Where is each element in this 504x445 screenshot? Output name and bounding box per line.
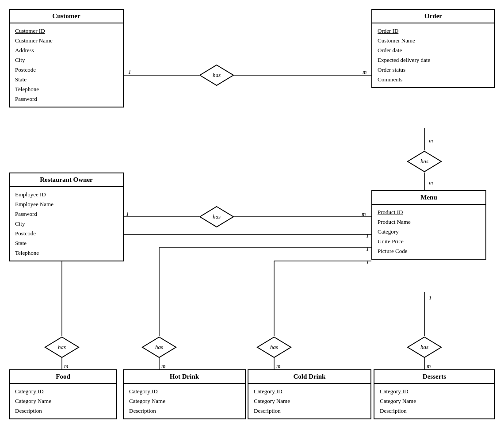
order-menu-diamond-shape: [407, 150, 442, 173]
svg-marker-19: [200, 207, 233, 227]
menu-field-1: Product Name: [378, 217, 480, 227]
desserts-entity: Desserts Category ID Category Name Descr…: [374, 369, 495, 419]
customer-field-5: State: [15, 75, 118, 84]
food-field-1: Category Name: [15, 396, 111, 406]
card-cold-m: m: [276, 363, 280, 370]
menu-body: Product ID Product Name Category Unite P…: [372, 205, 485, 259]
desserts-field-2: Description: [380, 406, 489, 416]
hot-field-2: Description: [129, 406, 240, 416]
order-entity: Order Order ID Customer Name Order date …: [371, 9, 495, 88]
restaurant-owner-entity: Restaurant Owner Employee ID Employee Na…: [9, 173, 124, 261]
cold-field-1: Category Name: [254, 396, 365, 406]
card-menu-hot-1: 1: [366, 246, 369, 253]
customer-order-diamond-shape: [199, 64, 234, 86]
food-body: Category ID Category Name Description: [10, 384, 116, 418]
card-menu-food-1: 1: [366, 232, 369, 239]
food-title: Food: [10, 370, 116, 384]
hot-field-0: Category ID: [129, 387, 240, 396]
menu-food-diamond-shape: [44, 336, 80, 358]
card-des-m: m: [427, 363, 431, 370]
owner-field-0: Employee ID: [15, 190, 118, 199]
customer-entity: Customer Customer ID Customer Name Addre…: [9, 9, 124, 107]
order-field-2: Order date: [378, 46, 489, 55]
hot-field-1: Category Name: [129, 396, 240, 406]
svg-marker-21: [142, 337, 176, 357]
customer-field-2: Address: [15, 46, 118, 55]
order-field-3: Expected delivery date: [378, 55, 489, 65]
menu-dessert-diamond: has: [407, 336, 442, 358]
cold-field-0: Category ID: [254, 387, 365, 396]
hot-drink-title: Hot Drink: [124, 370, 245, 384]
card-hot-m: m: [161, 363, 165, 370]
menu-hot-diamond: has: [141, 336, 177, 358]
order-field-1: Customer Name: [378, 36, 489, 46]
menu-title: Menu: [372, 191, 485, 205]
owner-field-2: Password: [15, 209, 118, 219]
owner-menu-diamond: has: [199, 206, 234, 228]
customer-field-3: City: [15, 55, 118, 65]
menu-cold-diamond: has: [256, 336, 292, 358]
menu-dessert-diamond-shape: [407, 336, 442, 358]
cold-drink-body: Category ID Category Name Description: [248, 384, 370, 418]
card-food-m: m: [64, 363, 68, 370]
owner-field-3: City: [15, 219, 118, 229]
owner-field-1: Employee Name: [15, 199, 118, 209]
svg-marker-22: [257, 337, 291, 357]
hot-drink-entity: Hot Drink Category ID Category Name Desc…: [123, 369, 246, 419]
order-field-5: Comments: [378, 75, 489, 84]
desserts-body: Category ID Category Name Description: [374, 384, 494, 418]
order-field-0: Order ID: [378, 26, 489, 36]
customer-title: Customer: [10, 10, 123, 23]
order-field-4: Order status: [378, 65, 489, 75]
owner-field-6: Telephone: [15, 248, 118, 258]
cold-drink-title: Cold Drink: [248, 370, 370, 384]
menu-food-diamond: has: [44, 336, 80, 358]
order-title: Order: [372, 10, 494, 23]
desserts-title: Desserts: [374, 370, 494, 384]
desserts-field-1: Category Name: [380, 396, 489, 406]
svg-marker-18: [408, 151, 441, 172]
menu-cold-diamond-shape: [256, 336, 292, 358]
customer-field-7: Password: [15, 94, 118, 104]
owner-field-5: State: [15, 238, 118, 248]
menu-hot-diamond-shape: [141, 336, 177, 358]
hot-drink-body: Category ID Category Name Description: [124, 384, 245, 418]
card-order-m: m: [363, 69, 367, 76]
er-diagram: Customer Customer ID Customer Name Addre…: [0, 0, 504, 445]
food-field-0: Category ID: [15, 387, 111, 396]
customer-field-1: Customer Name: [15, 36, 118, 46]
card-customer-1: 1: [128, 69, 131, 76]
desserts-field-0: Category ID: [380, 387, 489, 396]
card-order-down-m: m: [429, 137, 433, 144]
card-menu-up-m: m: [429, 179, 433, 186]
customer-field-0: Customer ID: [15, 26, 118, 36]
menu-entity: Menu Product ID Product Name Category Un…: [371, 190, 486, 260]
order-menu-diamond: has: [407, 150, 442, 173]
customer-order-diamond: has: [199, 64, 234, 86]
restaurant-owner-body: Employee ID Employee Name Password City …: [10, 187, 123, 261]
owner-field-4: Postcode: [15, 229, 118, 238]
owner-menu-diamond-shape: [199, 206, 234, 228]
card-menu-left-m: m: [362, 211, 366, 218]
cold-drink-entity: Cold Drink Category ID Category Name Des…: [248, 369, 371, 419]
customer-field-4: Postcode: [15, 65, 118, 75]
card-menu-cold-1: 1: [366, 259, 369, 266]
order-body: Order ID Customer Name Order date Expect…: [372, 23, 494, 87]
menu-field-2: Category: [378, 227, 480, 237]
svg-marker-20: [45, 337, 79, 357]
menu-field-3: Unite Price: [378, 237, 480, 246]
card-owner-1: 1: [126, 211, 129, 218]
restaurant-owner-title: Restaurant Owner: [10, 173, 123, 187]
food-entity: Food Category ID Category Name Descripti…: [9, 369, 117, 419]
customer-body: Customer ID Customer Name Address City P…: [10, 23, 123, 107]
menu-field-0: Product ID: [378, 207, 480, 217]
menu-field-4: Picture Code: [378, 246, 480, 256]
cold-field-2: Description: [254, 406, 365, 416]
card-menu-dessert-1: 1: [429, 294, 432, 301]
food-field-2: Description: [15, 406, 111, 416]
svg-marker-23: [408, 337, 441, 357]
customer-field-6: Telephone: [15, 84, 118, 94]
svg-marker-17: [200, 65, 233, 85]
